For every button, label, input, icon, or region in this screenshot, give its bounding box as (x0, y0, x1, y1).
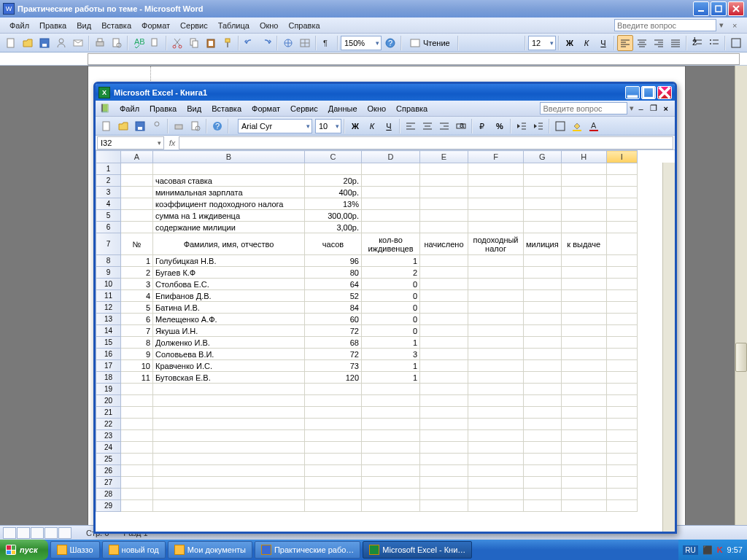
excel-align-right-button[interactable] (436, 118, 452, 134)
cell-G29[interactable] (524, 500, 562, 512)
cell-H15[interactable] (561, 337, 606, 349)
excel-menu-window[interactable]: Окно (363, 103, 392, 114)
cell-I10[interactable] (606, 279, 637, 290)
open-button[interactable] (20, 35, 36, 51)
cell-H9[interactable] (561, 267, 606, 279)
excel-grid[interactable]: ABCDEFGHI 12часовая ставка20р.3минимальн… (96, 150, 675, 534)
print-preview-button[interactable] (109, 35, 125, 51)
cell-D5[interactable] (362, 210, 420, 222)
cell-B24[interactable] (153, 442, 305, 454)
cell-F10[interactable] (468, 279, 524, 290)
row-header-18[interactable]: 18 (96, 372, 121, 384)
cell-E28[interactable] (420, 489, 468, 500)
cell-B13[interactable]: Мелещенко А.Ф. (153, 314, 305, 325)
row-header-19[interactable]: 19 (96, 384, 121, 395)
cell-B22[interactable] (153, 419, 305, 430)
row-header-7[interactable]: 7 (96, 233, 121, 255)
excel-close-button[interactable] (657, 86, 672, 99)
cell-E24[interactable] (420, 442, 468, 454)
cell-E3[interactable] (420, 187, 468, 198)
cell-D25[interactable] (362, 454, 420, 465)
cell-G17[interactable] (524, 360, 562, 372)
row-header-25[interactable]: 25 (96, 454, 121, 465)
row-header-21[interactable]: 21 (96, 407, 121, 419)
print-view-button[interactable] (31, 527, 44, 539)
cell-D20[interactable] (362, 395, 420, 407)
excel-menu-format[interactable]: Формат (247, 103, 285, 114)
currency-button[interactable]: ₽ (475, 118, 491, 134)
cell-I8[interactable] (606, 255, 637, 267)
cell-C14[interactable]: 72 (305, 325, 362, 337)
cell-F4[interactable] (468, 198, 524, 210)
decrease-indent-button[interactable] (514, 118, 530, 134)
excel-workbook-icon[interactable]: 📗 (100, 104, 110, 113)
taskbar-item-4[interactable]: Microsoft Excel - Кни… (363, 541, 472, 559)
cell-A26[interactable] (121, 465, 153, 477)
cell-G16[interactable] (524, 349, 562, 360)
row-header-4[interactable]: 4 (96, 198, 121, 210)
cell-F6[interactable] (468, 222, 524, 233)
cell-E25[interactable] (420, 454, 468, 465)
cell-E11[interactable] (420, 290, 468, 302)
cell-C12[interactable]: 84 (305, 302, 362, 314)
word-vscrollbar[interactable] (735, 66, 747, 526)
fill-color-button[interactable] (569, 118, 585, 134)
excel-italic-button[interactable]: К (364, 118, 380, 134)
cell-H18[interactable] (561, 372, 606, 384)
cell-C4[interactable]: 13% (305, 198, 362, 210)
cell-B1[interactable] (153, 163, 305, 175)
cell-B2[interactable]: часовая ставка (153, 175, 305, 187)
cell-F26[interactable] (468, 465, 524, 477)
word-help-close[interactable]: × (732, 21, 743, 30)
kaspersky-icon[interactable]: K (717, 545, 723, 554)
cell-D16[interactable]: 3 (362, 349, 420, 360)
excel-help-dropdown[interactable]: ▾ (630, 104, 634, 113)
cell-B18[interactable]: Бутовская Е.В. (153, 372, 305, 384)
excel-permissions-button[interactable] (149, 118, 165, 134)
word-close-button[interactable] (728, 1, 744, 16)
row-header-26[interactable]: 26 (96, 465, 121, 477)
cell-G6[interactable] (524, 222, 562, 233)
cell-H8[interactable] (561, 255, 606, 267)
cell-B10[interactable]: Столбова Е.С. (153, 279, 305, 290)
cell-A11[interactable]: 4 (121, 290, 153, 302)
column-header-D[interactable]: D (362, 151, 420, 163)
cell-C24[interactable] (305, 442, 362, 454)
cell-F3[interactable] (468, 187, 524, 198)
cell-H2[interactable] (561, 175, 606, 187)
column-header-F[interactable]: F (468, 151, 524, 163)
cell-E1[interactable] (420, 163, 468, 175)
cell-B11[interactable]: Епифанов Д.В. (153, 290, 305, 302)
cell-E21[interactable] (420, 407, 468, 419)
cell-H3[interactable] (561, 187, 606, 198)
underline-button[interactable]: Ч (595, 35, 611, 51)
excel-print-button[interactable] (171, 118, 187, 134)
cell-H20[interactable] (561, 395, 606, 407)
increase-indent-button[interactable] (530, 118, 546, 134)
excel-wb-min[interactable]: – (636, 104, 645, 113)
row-header-23[interactable]: 23 (96, 430, 121, 442)
column-header-C[interactable]: C (305, 151, 362, 163)
cell-B28[interactable] (153, 489, 305, 500)
excel-titlebar[interactable]: X Microsoft Excel - Книга1 (96, 84, 675, 101)
cell-H17[interactable] (561, 360, 606, 372)
bold-button[interactable]: Ж (562, 35, 578, 51)
cell-F24[interactable] (468, 442, 524, 454)
align-justify-button[interactable] (667, 35, 684, 51)
cell-D23[interactable] (362, 430, 420, 442)
cell-A24[interactable] (121, 442, 153, 454)
cell-H21[interactable] (561, 407, 606, 419)
cell-G15[interactable] (524, 337, 562, 349)
word-menu-window[interactable]: Окно (255, 20, 284, 31)
numbered-list-button[interactable]: 12 (689, 35, 705, 51)
row-header-20[interactable]: 20 (96, 395, 121, 407)
row-header-8[interactable]: 8 (96, 255, 121, 267)
cell-A4[interactable] (121, 198, 153, 210)
cell-F18[interactable] (468, 372, 524, 384)
row-header-14[interactable]: 14 (96, 325, 121, 337)
cell-B12[interactable]: Батина И.В. (153, 302, 305, 314)
cell-C21[interactable] (305, 407, 362, 419)
cell-C7[interactable]: часов (305, 233, 362, 255)
cell-F2[interactable] (468, 175, 524, 187)
cell-H29[interactable] (561, 500, 606, 512)
